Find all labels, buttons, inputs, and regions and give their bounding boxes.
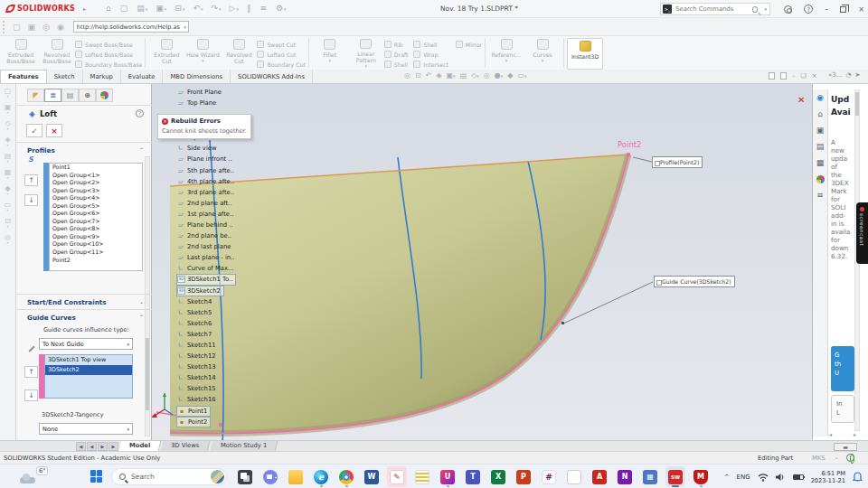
teams-button[interactable]: T <box>463 466 483 487</box>
pattern-icon[interactable]: ▦▾ <box>0 165 15 182</box>
move-down-button[interactable]: ↓ <box>24 194 38 206</box>
section-view-icon[interactable]: ◈ <box>436 71 441 80</box>
loft-icon[interactable]: ◈▾ <box>0 133 15 149</box>
reference-icon[interactable]: ∥ <box>247 5 252 13</box>
home-icon[interactable]: ⌂ <box>813 106 827 122</box>
ribbon-big-button[interactable]: Referenc...▾ <box>488 38 524 70</box>
display-style-icon[interactable]: ◇▾ <box>471 71 479 80</box>
cancel-button[interactable]: × <box>46 124 62 137</box>
doc-restore-button[interactable]: ❏ <box>801 72 807 80</box>
profile-callout[interactable]: Profile(Point2) <box>652 156 703 168</box>
tree-item[interactable]: ▱ 5th plane afte.. <box>176 164 263 175</box>
profile-item[interactable]: Open Group<5> <box>50 202 142 211</box>
profiles-section-header[interactable]: Profiles <box>27 146 55 155</box>
calculator-button[interactable]: ▦ <box>640 466 660 487</box>
ribbon-small-button[interactable]: Swept Boss/Base <box>75 40 142 49</box>
help-icon[interactable]: ? <box>804 5 813 14</box>
task-pane-refresh-icon[interactable]: ◔ <box>845 71 851 79</box>
tree-item[interactable]: ▱ Front Plane <box>176 87 263 98</box>
tree-item[interactable]: ∟ Sketch13 <box>176 361 263 372</box>
url-dropdown-caret-icon[interactable]: ▾ <box>184 24 188 30</box>
panel-scrollbar[interactable] <box>145 156 150 436</box>
guide-curves-list[interactable]: 3DSketch1 Top view3DSketch2 <box>44 354 133 399</box>
search-commands-input[interactable] <box>672 5 752 13</box>
globe-icon[interactable] <box>846 454 854 462</box>
undo-icon[interactable]: ↶▾ <box>193 5 203 13</box>
guide-curve-item[interactable]: 3DSketch1 Top view <box>45 355 132 365</box>
pm-help-icon[interactable]: ? <box>136 109 144 117</box>
profile-item[interactable]: Open Group<11> <box>50 249 142 257</box>
task-pane-hscroll[interactable]: ◂▸ <box>829 431 856 437</box>
mirror-icon[interactable]: ◎▾ <box>0 230 15 247</box>
tree-item[interactable]: ∟ Curve of Max... <box>176 263 263 274</box>
notification-bell-icon[interactable] <box>853 472 863 483</box>
task-view-button[interactable] <box>235 466 255 487</box>
start-end-section-header[interactable]: Start/End Constraints <box>27 298 106 306</box>
doc-window-icon[interactable] <box>769 72 775 80</box>
profile-item[interactable]: Open Group<9> <box>50 233 142 241</box>
annotations-icon[interactable]: ▣▾ <box>447 71 456 80</box>
tray-overflow-chevron[interactable]: ^ <box>724 474 730 481</box>
prev-tab-button[interactable]: ◀ <box>87 442 97 451</box>
profile-item[interactable]: Open Group<3> <box>50 187 142 195</box>
document-tab[interactable]: Motion Study 1 <box>210 441 278 451</box>
refresh-globe-icon[interactable]: ◎ <box>42 23 50 32</box>
guide-move-down-button[interactable]: ↓ <box>24 389 38 401</box>
profile-item[interactable]: Open Group<1> <box>50 172 142 180</box>
extrude-icon[interactable]: ▢▾ <box>0 84 15 100</box>
tree-item[interactable]: ∟ Sketch6 <box>176 318 263 329</box>
document-tab[interactable]: 3D Views <box>161 441 211 451</box>
url-bar[interactable]: ▾ <box>73 21 189 33</box>
start-button[interactable] <box>90 470 103 483</box>
globe-icon[interactable]: ◉ <box>57 23 64 32</box>
view-orientation-icon[interactable]: ▤ <box>460 71 467 80</box>
draft-icon[interactable]: ⊡▾ <box>0 214 15 230</box>
ribbon-small-button[interactable]: Lofted Cut <box>257 50 305 59</box>
logo-flyout-caret-icon[interactable]: ▸ <box>83 5 86 12</box>
profile-item[interactable]: Open Group<7> <box>50 218 142 226</box>
volume-icon[interactable] <box>776 473 786 482</box>
profile-item[interactable]: Point2 <box>50 257 142 265</box>
ribbon-tab[interactable]: Markup <box>83 70 121 83</box>
ribbon-big-button[interactable]: Fillet▾ <box>312 38 348 70</box>
boundary-icon[interactable]: ▤▾ <box>0 149 15 165</box>
influence-type-select[interactable]: To Next Guide▾ <box>39 338 133 350</box>
ribbon-big-button[interactable]: RevolvedCut <box>221 38 257 70</box>
library-icon[interactable]: ▣ <box>813 122 827 138</box>
ide-button[interactable]: U <box>438 466 458 487</box>
solidworks-button[interactable]: SW <box>665 466 685 487</box>
edge-button[interactable]: e <box>311 466 331 487</box>
save-icon[interactable]: ▣▾ <box>156 5 166 13</box>
tree-item[interactable]: 3D 3DSketch2 <box>176 286 224 296</box>
ribbon-tab[interactable]: SOLIDWORKS Add-Ins <box>231 70 313 83</box>
profile-item[interactable]: Open Group<6> <box>50 210 142 218</box>
ribbon-big-button[interactable]: Curves▾ <box>524 38 561 70</box>
tree-item[interactable]: ∟ Sketch5 <box>176 307 263 318</box>
ribbon-small-button[interactable]: Boundary Boss/Base <box>75 60 142 69</box>
screencast-tab[interactable]: screencast <box>856 202 868 264</box>
appearances-icon[interactable] <box>813 171 827 187</box>
new-doc-icon[interactable]: ▢ <box>120 5 129 13</box>
first-tab-button[interactable]: ◀ <box>76 442 86 451</box>
ribbon-small-button[interactable]: Shell <box>384 60 409 69</box>
tree-item[interactable]: ∟ Side view <box>176 143 263 154</box>
guide-move-up-button[interactable]: ↑ <box>24 366 38 378</box>
file-explorer-button[interactable] <box>286 466 306 487</box>
home-icon[interactable]: ⌂ <box>106 5 112 13</box>
page-icon[interactable]: ▢ <box>13 23 21 32</box>
tab-property-manager[interactable]: ≣ <box>44 89 61 102</box>
profile-item[interactable]: Open Group<10> <box>50 240 142 249</box>
command-search[interactable]: >_ ▾ <box>660 3 770 15</box>
tree-item[interactable]: ▪ Point1 <box>176 406 211 417</box>
new-doc-button[interactable] <box>564 466 584 487</box>
profile-item[interactable]: Point1 <box>50 164 142 172</box>
ribbon-small-button[interactable]: Intersect <box>413 60 448 69</box>
guide-curves-section-header[interactable]: Guide Curves <box>27 314 76 322</box>
ribbon-tab[interactable]: Evaluate <box>121 70 164 83</box>
last-tab-button[interactable]: ▶ <box>108 442 118 451</box>
profile-item[interactable]: Open Group<4> <box>50 194 142 202</box>
chat-button[interactable] <box>260 466 280 487</box>
tree-item[interactable]: ∟ Sketch7 <box>176 329 263 340</box>
ok-button[interactable]: ✓ <box>26 124 42 137</box>
search-icon[interactable] <box>752 6 758 13</box>
